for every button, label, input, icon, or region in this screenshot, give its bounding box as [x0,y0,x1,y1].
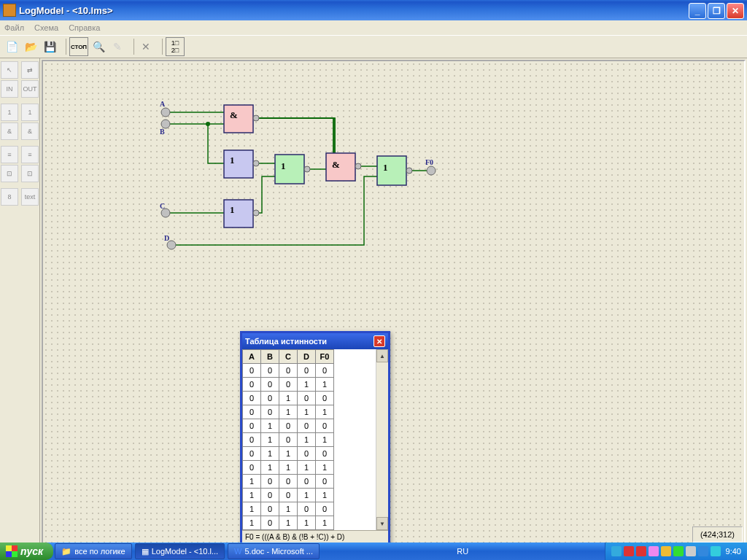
truth-scrollbar[interactable]: ▲ ▼ [376,349,388,530]
and-tool[interactable]: & [1,122,18,140]
and2-tool[interactable]: & [21,122,39,140]
gate-or2[interactable] [377,156,406,185]
seg-tool[interactable]: 8 [1,188,18,206]
input-b-label: B [160,128,165,136]
gate3-tool[interactable]: ⊡ [1,165,18,182]
svg-text:&: & [230,109,238,120]
edit-button[interactable]: ✎ [109,38,126,55]
truth-table-window[interactable]: Таблица истинности ✕ ABCDF0 000000001100… [240,331,390,545]
svg-point-4 [253,160,259,166]
menu-help[interactable]: Справка [69,23,100,32]
tray-icon[interactable] [611,546,622,556]
menubar: Файл Схема Справка [0,20,747,35]
taskbar-item-1[interactable]: 📁все по логике [55,543,131,559]
table-row: 10100 [243,502,334,516]
table-row: 00011 [243,378,334,392]
tool-palette: ↖⇄ INOUT 11 && ≡≡ ⊡⊡ 8text [0,58,40,547]
truth-titlebar[interactable]: Таблица истинности ✕ [242,333,388,349]
windows-flag-icon [6,545,18,557]
scroll-up-icon[interactable]: ▲ [376,349,388,362]
maximize-button[interactable]: ❐ [708,3,725,19]
find-button[interactable]: 🔍 [90,38,107,55]
close-button[interactable]: ✕ [727,3,744,19]
truth-close-button[interactable]: ✕ [374,335,385,347]
input-a-node[interactable] [161,108,170,117]
table-row: 00000 [243,364,334,378]
truth-table: ABCDF0 000000001100100001110100001011011… [242,349,334,530]
tray-icon[interactable] [698,546,708,556]
taskbar-item-2[interactable]: ▦LogModel - <10.l... [135,543,225,559]
tray-icon[interactable] [636,546,646,556]
language-indicator[interactable]: RU [454,547,471,556]
svg-point-10 [355,163,361,169]
gate2-tool[interactable]: ≡ [21,146,39,163]
table-row: 10000 [243,475,334,489]
tray-icon[interactable] [673,546,684,556]
input-d-label: D [164,234,169,242]
gate-and2[interactable] [326,153,355,181]
titlebar: LogModel - <10.lms> _ ❐ ✕ [0,0,747,20]
truth-header: A [243,350,261,364]
open-button[interactable]: 📂 [22,38,39,55]
circuit-diagram: A B C D & 1 1 1 & [43,61,743,542]
output-label: F0 [425,158,433,166]
menu-file[interactable]: Файл [4,23,24,32]
delete-button[interactable]: ✕ [137,38,155,55]
svg-point-12 [406,168,412,174]
minimize-button[interactable]: _ [689,3,706,19]
start-button[interactable]: пуск [0,542,53,560]
table-row: 00100 [243,392,334,405]
svg-point-2 [253,115,259,121]
move-tool[interactable]: ⇄ [21,61,39,79]
tray-icon[interactable] [661,546,671,556]
table-row: 01011 [243,433,334,447]
in-tool[interactable]: IN [1,80,18,98]
input-c-label: C [160,202,165,210]
svg-point-8 [304,166,310,172]
svg-text:1: 1 [230,204,235,215]
truth-formula: F0 = (((A & B) & (!B + !C)) + D) [242,530,388,543]
arrow-tool[interactable]: ↖ [1,61,18,79]
system-tray: 9:40 [605,542,747,560]
gate1-tool[interactable]: ≡ [1,146,18,163]
list-button[interactable]: 1□2□ [166,37,185,56]
tray-icon[interactable] [624,546,634,556]
canvas[interactable]: A B C D & 1 1 1 & [42,60,746,545]
output-node[interactable] [427,166,436,175]
tray-icon[interactable] [711,546,721,556]
gate-not2[interactable] [224,200,253,228]
not-tool[interactable]: 1 [1,104,18,121]
table-row: 00111 [243,405,334,419]
clock[interactable]: 9:40 [726,547,741,556]
gate4-tool[interactable]: ⊡ [21,165,39,182]
taskbar-item-3[interactable]: W5.doc - Microsoft ... [228,543,320,559]
table-row: 01100 [243,447,334,461]
statusbar: (424;312) [692,526,743,542]
window-title: LogModel - <10.lms> [19,5,113,16]
truth-title: Таблица истинности [245,337,327,346]
svg-point-0 [206,122,210,126]
tray-icon[interactable] [686,546,696,556]
input-a-label: A [160,100,166,108]
table-row: 10011 [243,489,334,502]
svg-text:1: 1 [281,160,286,171]
gate-or1[interactable] [275,155,304,184]
stop-button[interactable]: СТОП [69,37,88,56]
save-button[interactable]: 💾 [41,38,58,55]
truth-header: C [279,350,298,364]
gate-not1[interactable] [224,150,253,178]
truth-header: D [298,350,316,364]
tray-icon[interactable] [649,546,659,556]
text-tool[interactable]: text [21,188,39,206]
toolbar: 📄 📂 💾 СТОП 🔍 ✎ ✕ 1□2□ [0,35,747,58]
menu-schema[interactable]: Схема [34,23,58,32]
out-tool[interactable]: OUT [21,80,39,98]
taskbar: пуск 📁все по логике ▦LogModel - <10.l...… [0,542,747,560]
not2-tool[interactable]: 1 [21,104,39,121]
svg-text:&: & [332,159,340,170]
new-button[interactable]: 📄 [3,38,20,55]
scroll-down-icon[interactable]: ▼ [376,517,388,530]
table-row: 01000 [243,419,334,433]
gate-and1[interactable] [224,105,253,133]
cursor-coords: (424;312) [700,530,735,539]
